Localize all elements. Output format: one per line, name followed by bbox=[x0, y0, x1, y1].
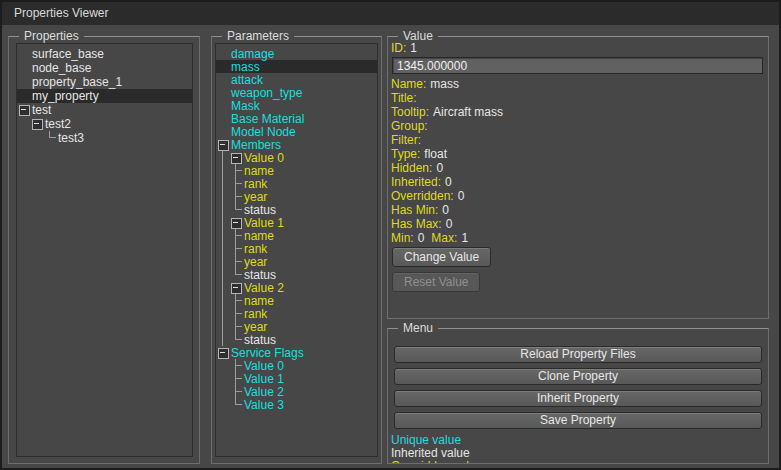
tree-connector bbox=[229, 164, 242, 177]
tree-item-test3[interactable]: test3 bbox=[17, 131, 192, 145]
tree-connector bbox=[229, 320, 242, 333]
tree-item-status[interactable]: status bbox=[216, 268, 377, 281]
inherit-property-button[interactable]: Inherit Property bbox=[394, 390, 762, 407]
value-buttons: Change ValueReset Value bbox=[391, 245, 762, 295]
value-details: ID:1 Name:massTitle:Tooltip:Aircraft mas… bbox=[388, 37, 768, 318]
tree-item-label: Value 0 bbox=[244, 359, 284, 373]
tree-connector bbox=[216, 60, 229, 73]
tree-item-label: test2 bbox=[45, 117, 71, 131]
parameters-tree[interactable]: damagemassattackweapon_typeMaskBase Mate… bbox=[215, 43, 378, 457]
tree-item-value-2[interactable]: Value 2 bbox=[216, 281, 377, 294]
tree-connector bbox=[216, 125, 229, 138]
tree-connector bbox=[17, 89, 30, 103]
tree-item-name[interactable]: name bbox=[216, 294, 377, 307]
tree-item-damage[interactable]: damage bbox=[216, 47, 377, 60]
properties-group: Properties surface_basenode_baseproperty… bbox=[8, 36, 200, 464]
reload-property-files-button[interactable]: Reload Property Files bbox=[394, 346, 762, 363]
collapse-expander-icon[interactable] bbox=[229, 281, 242, 294]
tree-item-service-flags[interactable]: Service Flags bbox=[216, 346, 377, 359]
collapse-expander-icon[interactable] bbox=[30, 117, 43, 131]
tree-item-mask[interactable]: Mask bbox=[216, 99, 377, 112]
field-label: Inherited: bbox=[391, 175, 441, 189]
value-fields: Name:massTitle:Tooltip:Aircraft massGrou… bbox=[391, 77, 762, 245]
tree-item-year[interactable]: year bbox=[216, 255, 377, 268]
tree-item-test2[interactable]: test2 bbox=[17, 117, 192, 131]
field-label: Max: bbox=[431, 231, 457, 245]
tree-item-rank[interactable]: rank bbox=[216, 307, 377, 320]
tree-item-members[interactable]: Members bbox=[216, 138, 377, 151]
tree-item-value-1[interactable]: Value 1 bbox=[216, 372, 377, 385]
collapse-expander-icon[interactable] bbox=[229, 151, 242, 164]
field-label: Min: bbox=[391, 231, 414, 245]
collapse-expander-icon[interactable] bbox=[17, 103, 30, 117]
tree-item-label: Service Flags bbox=[231, 346, 304, 360]
tree-item-weapon-type[interactable]: weapon_type bbox=[216, 86, 377, 99]
tree-connector bbox=[30, 131, 43, 145]
tree-connector bbox=[229, 294, 242, 307]
field-label: Hidden: bbox=[391, 161, 432, 175]
collapse-expander-icon[interactable] bbox=[216, 138, 229, 151]
tree-item-mass[interactable]: mass bbox=[216, 60, 377, 73]
menu-group: Menu Reload Property FilesClone Property… bbox=[387, 328, 769, 464]
tree-item-year[interactable]: year bbox=[216, 320, 377, 333]
tree-connector bbox=[229, 242, 242, 255]
tree-connector bbox=[229, 385, 242, 398]
value-field-row: Inherited:0 bbox=[391, 175, 762, 189]
tree-item-property-base-1[interactable]: property_base_1 bbox=[17, 75, 192, 89]
change-value-button[interactable]: Change Value bbox=[392, 247, 491, 267]
tree-item-label: test3 bbox=[58, 131, 84, 145]
tree-item-label: property_base_1 bbox=[32, 75, 122, 89]
tree-item-test[interactable]: test bbox=[17, 103, 192, 117]
tree-connector bbox=[216, 385, 229, 398]
field-label: Tooltip: bbox=[391, 105, 429, 119]
save-property-button[interactable]: Save Property bbox=[394, 412, 762, 429]
tree-connector bbox=[216, 151, 229, 164]
tree-item-attack[interactable]: attack bbox=[216, 73, 377, 86]
title-bar[interactable]: Properties Viewer bbox=[2, 2, 779, 25]
value-input[interactable] bbox=[392, 57, 763, 74]
collapse-expander-icon[interactable] bbox=[229, 216, 242, 229]
tree-connector bbox=[216, 281, 229, 294]
tree-item-status[interactable]: status bbox=[216, 333, 377, 346]
tree-item-value-2[interactable]: Value 2 bbox=[216, 385, 377, 398]
field-label: Has Min: bbox=[391, 203, 438, 217]
value-field-row: Min:0Max:1 bbox=[391, 231, 762, 245]
reset-value-button: Reset Value bbox=[392, 272, 480, 292]
tree-item-value-0[interactable]: Value 0 bbox=[216, 151, 377, 164]
field-value: 0 bbox=[445, 175, 452, 189]
tree-item-rank[interactable]: rank bbox=[216, 242, 377, 255]
tree-item-base-material[interactable]: Base Material bbox=[216, 112, 377, 125]
tree-item-label: Value 0 bbox=[244, 151, 284, 165]
tree-connector bbox=[229, 372, 242, 385]
tree-connector bbox=[229, 268, 242, 281]
collapse-expander-icon[interactable] bbox=[216, 346, 229, 359]
tree-connector bbox=[229, 255, 242, 268]
tree-item-model-node[interactable]: Model Node bbox=[216, 125, 377, 138]
tree-item-value-0[interactable]: Value 0 bbox=[216, 359, 377, 372]
tree-item-year[interactable]: year bbox=[216, 190, 377, 203]
value-field-row: Has Min:0 bbox=[391, 203, 762, 217]
properties-tree[interactable]: surface_basenode_baseproperty_base_1my_p… bbox=[16, 43, 193, 457]
tree-item-node-base[interactable]: node_base bbox=[17, 61, 192, 75]
tree-item-value-1[interactable]: Value 1 bbox=[216, 216, 377, 229]
tree-item-status[interactable]: status bbox=[216, 203, 377, 216]
tree-item-my-property[interactable]: my_property bbox=[17, 89, 192, 103]
tree-item-value-3[interactable]: Value 3 bbox=[216, 398, 377, 411]
tree-item-rank[interactable]: rank bbox=[216, 177, 377, 190]
tree-item-name[interactable]: name bbox=[216, 229, 377, 242]
tree-item-label: Value 2 bbox=[244, 385, 284, 399]
value-field-row: Has Max:0 bbox=[391, 217, 762, 231]
value-field-row: Overridden:0 bbox=[391, 189, 762, 203]
tree-item-label: status bbox=[244, 203, 276, 217]
tree-connector bbox=[216, 333, 229, 346]
value-id-row: ID:1 bbox=[391, 41, 762, 55]
tree-connector bbox=[17, 47, 30, 61]
tree-connector bbox=[216, 359, 229, 372]
value-field-row: Filter: bbox=[391, 133, 762, 147]
tree-item-label: my_property bbox=[32, 89, 99, 103]
tree-connector bbox=[216, 164, 229, 177]
tree-item-name[interactable]: name bbox=[216, 164, 377, 177]
field-label: ID: bbox=[391, 41, 406, 55]
clone-property-button[interactable]: Clone Property bbox=[394, 368, 762, 385]
tree-item-surface-base[interactable]: surface_base bbox=[17, 47, 192, 61]
